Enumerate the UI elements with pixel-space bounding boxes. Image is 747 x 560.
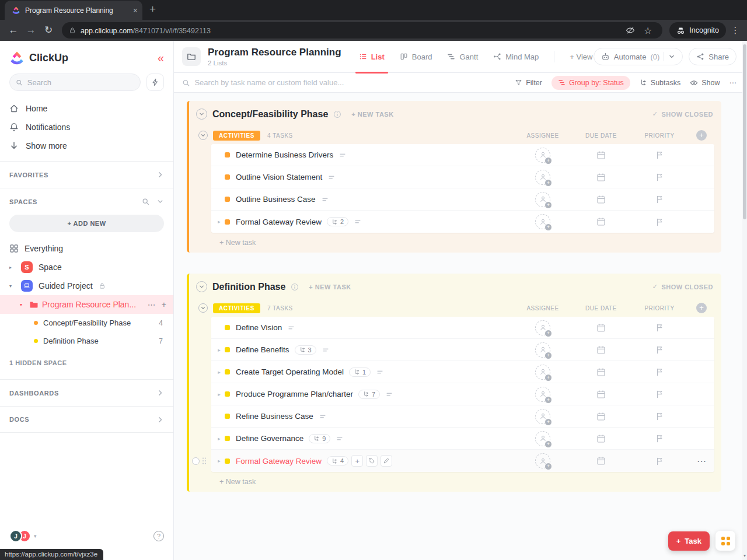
subtask-count-pill[interactable]: 4 (327, 456, 348, 466)
sidebar-section-spaces[interactable]: SPACES (0, 188, 173, 215)
task-row[interactable]: ▸ Produce Programme Plan/charter 7 + (211, 383, 714, 405)
column-priority[interactable]: PRIORITY (630, 305, 689, 312)
bookmark-star-icon[interactable]: ☆ (640, 25, 655, 36)
sidebar-section-docs[interactable]: DOCS (0, 406, 173, 433)
add-assignee-icon[interactable]: + (535, 409, 550, 424)
new-task-button[interactable]: + Task (668, 531, 710, 551)
filter-button[interactable]: Filter (515, 79, 542, 87)
due-date-icon[interactable] (596, 390, 606, 399)
status-bullet[interactable] (225, 197, 230, 202)
sidebar-section-favorites[interactable]: FAVORITES (0, 161, 173, 188)
sidebar-item-show-more[interactable]: Show more (0, 136, 173, 155)
expand-subtasks-icon[interactable]: ▸ (215, 391, 224, 397)
collapse-expand-icon[interactable]: ▾ (20, 302, 26, 307)
row-more-icon[interactable]: ⋯ (697, 456, 706, 467)
automate-button[interactable]: Automate (0) (594, 48, 683, 65)
task-name[interactable]: Refine Business Case (236, 412, 313, 421)
task-name[interactable]: Formal Gateway Review (236, 457, 322, 466)
collapse-expand-icon[interactable]: ▾ (9, 284, 15, 289)
forward-icon[interactable]: → (22, 22, 40, 38)
status-bullet[interactable] (225, 347, 230, 352)
spaces-search-icon[interactable] (142, 198, 149, 205)
task-name[interactable]: Define Governance (236, 434, 303, 443)
back-icon[interactable]: ← (5, 22, 22, 38)
add-assignee-icon[interactable]: + (535, 342, 550, 358)
show-button[interactable]: Show (690, 79, 720, 87)
status-bullet[interactable] (225, 174, 230, 180)
task-checkbox[interactable] (192, 457, 200, 465)
chevron-right-icon[interactable] (156, 171, 164, 178)
sidebar-item-guided-project[interactable]: ▾ Guided Project (0, 276, 173, 295)
add-assignee-icon[interactable]: + (535, 192, 550, 207)
priority-flag-icon[interactable] (655, 323, 664, 332)
task-name[interactable]: Define Benefits (236, 345, 289, 354)
project-more-icon[interactable]: ⋯ (148, 300, 156, 309)
sidebar-item-definition-phase[interactable]: Definition Phase 7 (0, 332, 173, 350)
add-column-icon[interactable]: + (696, 303, 707, 313)
subtask-count-pill[interactable]: 7 (358, 390, 380, 399)
task-name[interactable]: Define Vision (236, 323, 282, 332)
priority-flag-icon[interactable] (655, 368, 664, 376)
chevron-down-icon[interactable]: ▾ (34, 533, 37, 539)
add-task-button[interactable]: + New task (189, 233, 721, 248)
group-new-task-button[interactable]: + NEW TASK (351, 111, 393, 118)
sidebar-item-notifications[interactable]: Notifications (0, 118, 173, 136)
due-date-icon[interactable] (596, 345, 606, 355)
expand-subtasks-icon[interactable]: ▸ (215, 347, 224, 353)
task-name[interactable]: Formal Gateway Review (236, 218, 322, 226)
task-row[interactable]: Refine Business Case + (211, 405, 714, 428)
url-bar[interactable]: app.clickup.com/8471071/v/l/f/35492113 ☆ (62, 22, 662, 38)
subtask-count-pill[interactable]: 9 (309, 434, 330, 443)
priority-flag-icon[interactable] (655, 345, 664, 354)
sidebar-search[interactable] (9, 74, 141, 91)
group-by-button[interactable]: Group by: Status (551, 76, 630, 90)
task-search[interactable] (182, 78, 505, 87)
priority-flag-icon[interactable] (655, 173, 664, 181)
due-date-icon[interactable] (596, 195, 606, 204)
task-name[interactable]: Produce Programme Plan/charter (236, 390, 353, 398)
sidebar-item-program-resource-planning[interactable]: ▾ Program Resource Plan... ⋯ + (0, 295, 173, 314)
collapse-group-icon[interactable] (196, 108, 207, 120)
priority-flag-icon[interactable] (655, 390, 664, 398)
add-assignee-icon[interactable]: + (535, 214, 550, 229)
due-date-icon[interactable] (596, 368, 606, 377)
add-assignee-icon[interactable]: + (535, 365, 550, 380)
due-date-icon[interactable] (596, 150, 606, 160)
add-assignee-icon[interactable]: + (535, 170, 550, 185)
task-name[interactable]: Determine Business Drivers (236, 150, 333, 159)
help-button[interactable]: ? (153, 531, 164, 541)
sidebar-item-concept-feasibility-phase[interactable]: Concept/Feasibility Phase 4 (0, 314, 173, 332)
add-view-button[interactable]: + View (570, 41, 592, 73)
sidebar-item-everything[interactable]: Everything (0, 239, 173, 258)
description-icon[interactable] (322, 346, 330, 354)
expand-subtasks-icon[interactable]: ▸ (215, 369, 224, 375)
task-name[interactable]: Create Target Operating Model (236, 368, 344, 376)
priority-flag-icon[interactable] (655, 150, 664, 159)
task-row[interactable]: Determine Business Drivers + (211, 144, 714, 166)
column-assignee[interactable]: ASSIGNEE (514, 132, 572, 139)
column-due-date[interactable]: DUE DATE (572, 305, 630, 312)
add-assignee-icon[interactable]: + (535, 453, 550, 468)
expand-subtasks-icon[interactable]: ▸ (215, 458, 224, 464)
due-date-icon[interactable] (596, 434, 606, 443)
status-bullet[interactable] (225, 325, 230, 330)
group-new-task-button[interactable]: + NEW TASK (309, 284, 351, 290)
status-bullet[interactable] (225, 219, 230, 225)
description-icon[interactable] (319, 412, 327, 421)
task-name[interactable]: Outline Vision Statement (236, 173, 322, 181)
sidebar-collapse-icon[interactable]: « (158, 52, 164, 64)
task-row[interactable]: ▸ Define Governance 9 + (211, 428, 714, 450)
tag-icon[interactable] (366, 455, 378, 467)
scrollbar-thumb[interactable] (743, 44, 746, 219)
eye-off-icon[interactable] (623, 25, 638, 36)
description-icon[interactable] (327, 173, 336, 181)
priority-flag-icon[interactable] (655, 434, 664, 443)
expand-subtasks-icon[interactable]: ▸ (215, 219, 224, 225)
task-row[interactable]: Define Vision + (211, 317, 714, 339)
chevron-down-icon[interactable] (668, 53, 675, 60)
add-assignee-icon[interactable]: + (535, 431, 550, 446)
user-avatar[interactable]: J (9, 530, 22, 542)
task-search-input[interactable] (194, 78, 505, 87)
priority-flag-icon[interactable] (655, 457, 664, 466)
project-add-icon[interactable]: + (162, 300, 166, 309)
